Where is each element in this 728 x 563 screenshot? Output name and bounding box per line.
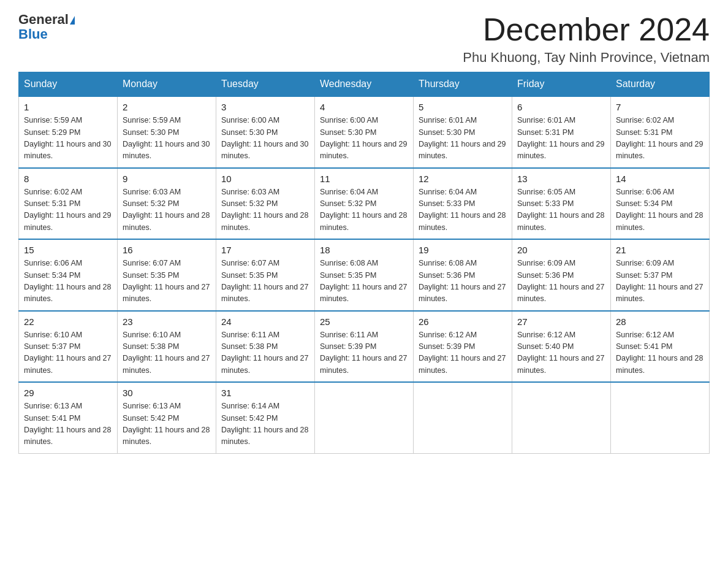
calendar-cell: 5Sunrise: 6:01 AMSunset: 5:30 PMDaylight…: [414, 96, 512, 168]
day-info: Sunrise: 6:07 AMSunset: 5:35 PMDaylight:…: [221, 258, 309, 305]
calendar-cell: 7Sunrise: 6:02 AMSunset: 5:31 PMDaylight…: [611, 96, 710, 168]
day-info: Sunrise: 6:01 AMSunset: 5:31 PMDaylight:…: [517, 115, 605, 163]
day-number: 20: [517, 245, 605, 255]
day-info: Sunrise: 5:59 AMSunset: 5:29 PMDaylight:…: [24, 115, 112, 163]
calendar-cell: [611, 382, 710, 453]
week-row-5: 29Sunrise: 6:13 AMSunset: 5:41 PMDayligh…: [19, 382, 710, 453]
day-info: Sunrise: 6:09 AMSunset: 5:37 PMDaylight:…: [616, 258, 704, 305]
week-row-3: 15Sunrise: 6:06 AMSunset: 5:34 PMDayligh…: [19, 239, 710, 311]
day-number: 30: [123, 388, 211, 398]
calendar-cell: 25Sunrise: 6:11 AMSunset: 5:39 PMDayligh…: [315, 311, 414, 383]
weekday-header-sunday: Sunday: [19, 72, 118, 97]
calendar-cell: 17Sunrise: 6:07 AMSunset: 5:35 PMDayligh…: [216, 239, 315, 311]
day-number: 6: [517, 102, 605, 112]
day-info: Sunrise: 6:12 AMSunset: 5:40 PMDaylight:…: [517, 329, 605, 377]
weekday-header-monday: Monday: [118, 72, 216, 97]
day-number: 4: [320, 102, 408, 112]
day-number: 26: [419, 316, 507, 327]
day-info: Sunrise: 6:03 AMSunset: 5:32 PMDaylight:…: [221, 186, 309, 234]
calendar-cell: 29Sunrise: 6:13 AMSunset: 5:41 PMDayligh…: [19, 382, 118, 453]
calendar-cell: 26Sunrise: 6:12 AMSunset: 5:39 PMDayligh…: [414, 311, 512, 383]
day-number: 3: [221, 102, 309, 112]
logo-blue: Blue: [18, 26, 48, 42]
day-info: Sunrise: 6:14 AMSunset: 5:42 PMDaylight:…: [221, 400, 309, 448]
day-number: 18: [320, 245, 408, 255]
calendar-cell: 28Sunrise: 6:12 AMSunset: 5:41 PMDayligh…: [611, 311, 710, 383]
day-info: Sunrise: 6:02 AMSunset: 5:31 PMDaylight:…: [616, 115, 704, 163]
day-number: 1: [24, 102, 112, 112]
day-info: Sunrise: 6:07 AMSunset: 5:35 PMDaylight:…: [123, 258, 211, 305]
calendar-cell: 23Sunrise: 6:10 AMSunset: 5:38 PMDayligh…: [118, 311, 216, 383]
week-row-2: 8Sunrise: 6:02 AMSunset: 5:31 PMDaylight…: [19, 168, 710, 240]
calendar-cell: 12Sunrise: 6:04 AMSunset: 5:33 PMDayligh…: [414, 168, 512, 240]
day-info: Sunrise: 6:13 AMSunset: 5:42 PMDaylight:…: [123, 400, 211, 448]
day-number: 29: [24, 388, 112, 398]
day-info: Sunrise: 6:08 AMSunset: 5:36 PMDaylight:…: [419, 258, 507, 305]
day-number: 7: [616, 102, 704, 112]
page-header: General Blue December 2024 Phu Khuong, T…: [18, 12, 710, 66]
day-info: Sunrise: 6:09 AMSunset: 5:36 PMDaylight:…: [517, 258, 605, 305]
day-number: 16: [123, 245, 211, 255]
weekday-header-row: SundayMondayTuesdayWednesdayThursdayFrid…: [19, 72, 710, 97]
day-info: Sunrise: 5:59 AMSunset: 5:30 PMDaylight:…: [123, 115, 211, 163]
calendar-cell: [512, 382, 611, 453]
day-info: Sunrise: 6:00 AMSunset: 5:30 PMDaylight:…: [320, 115, 408, 163]
day-number: 11: [320, 174, 408, 184]
day-number: 15: [24, 245, 112, 255]
day-info: Sunrise: 6:04 AMSunset: 5:33 PMDaylight:…: [419, 186, 507, 234]
day-number: 21: [616, 245, 704, 255]
day-number: 5: [419, 102, 507, 112]
calendar-cell: [414, 382, 512, 453]
day-info: Sunrise: 6:00 AMSunset: 5:30 PMDaylight:…: [221, 115, 309, 163]
calendar-title: December 2024: [463, 12, 710, 47]
day-number: 25: [320, 316, 408, 327]
day-number: 10: [221, 174, 309, 184]
day-info: Sunrise: 6:10 AMSunset: 5:38 PMDaylight:…: [123, 329, 211, 377]
day-number: 8: [24, 174, 112, 184]
calendar-cell: 18Sunrise: 6:08 AMSunset: 5:35 PMDayligh…: [315, 239, 414, 311]
calendar-cell: 10Sunrise: 6:03 AMSunset: 5:32 PMDayligh…: [216, 168, 315, 240]
day-number: 27: [517, 316, 605, 327]
calendar-cell: 14Sunrise: 6:06 AMSunset: 5:34 PMDayligh…: [611, 168, 710, 240]
logo-general: General: [18, 12, 69, 27]
day-number: 24: [221, 316, 309, 327]
calendar-cell: 24Sunrise: 6:11 AMSunset: 5:38 PMDayligh…: [216, 311, 315, 383]
day-info: Sunrise: 6:10 AMSunset: 5:37 PMDaylight:…: [24, 329, 112, 377]
day-info: Sunrise: 6:03 AMSunset: 5:32 PMDaylight:…: [123, 186, 211, 234]
week-row-1: 1Sunrise: 5:59 AMSunset: 5:29 PMDaylight…: [19, 96, 710, 168]
weekday-header-thursday: Thursday: [414, 72, 512, 97]
day-info: Sunrise: 6:06 AMSunset: 5:34 PMDaylight:…: [616, 186, 704, 234]
calendar-cell: 20Sunrise: 6:09 AMSunset: 5:36 PMDayligh…: [512, 239, 611, 311]
week-row-4: 22Sunrise: 6:10 AMSunset: 5:37 PMDayligh…: [19, 311, 710, 383]
day-number: 22: [24, 316, 112, 327]
day-number: 28: [616, 316, 704, 327]
calendar-table: SundayMondayTuesdayWednesdayThursdayFrid…: [18, 72, 710, 454]
weekday-header-tuesday: Tuesday: [216, 72, 315, 97]
calendar-cell: 15Sunrise: 6:06 AMSunset: 5:34 PMDayligh…: [19, 239, 118, 311]
calendar-cell: 8Sunrise: 6:02 AMSunset: 5:31 PMDaylight…: [19, 168, 118, 240]
calendar-cell: 27Sunrise: 6:12 AMSunset: 5:40 PMDayligh…: [512, 311, 611, 383]
calendar-cell: 1Sunrise: 5:59 AMSunset: 5:29 PMDaylight…: [19, 96, 118, 168]
calendar-cell: 3Sunrise: 6:00 AMSunset: 5:30 PMDaylight…: [216, 96, 315, 168]
calendar-cell: 16Sunrise: 6:07 AMSunset: 5:35 PMDayligh…: [118, 239, 216, 311]
weekday-header-friday: Friday: [512, 72, 611, 97]
day-info: Sunrise: 6:04 AMSunset: 5:32 PMDaylight:…: [320, 186, 408, 234]
day-info: Sunrise: 6:11 AMSunset: 5:38 PMDaylight:…: [221, 329, 309, 377]
day-number: 13: [517, 174, 605, 184]
day-number: 9: [123, 174, 211, 184]
day-number: 14: [616, 174, 704, 184]
calendar-cell: 22Sunrise: 6:10 AMSunset: 5:37 PMDayligh…: [19, 311, 118, 383]
calendar-cell: 4Sunrise: 6:00 AMSunset: 5:30 PMDaylight…: [315, 96, 414, 168]
calendar-cell: [315, 382, 414, 453]
day-info: Sunrise: 6:11 AMSunset: 5:39 PMDaylight:…: [320, 329, 408, 377]
day-info: Sunrise: 6:13 AMSunset: 5:41 PMDaylight:…: [24, 400, 112, 448]
weekday-header-wednesday: Wednesday: [315, 72, 414, 97]
day-number: 2: [123, 102, 211, 112]
title-area: December 2024 Phu Khuong, Tay Ninh Provi…: [463, 12, 710, 66]
logo-triangle-icon: [70, 16, 75, 25]
calendar-subtitle: Phu Khuong, Tay Ninh Province, Vietnam: [463, 50, 710, 66]
logo-text: General Blue: [18, 12, 75, 42]
day-info: Sunrise: 6:01 AMSunset: 5:30 PMDaylight:…: [419, 115, 507, 163]
logo: General Blue: [18, 12, 75, 42]
day-info: Sunrise: 6:06 AMSunset: 5:34 PMDaylight:…: [24, 258, 112, 305]
